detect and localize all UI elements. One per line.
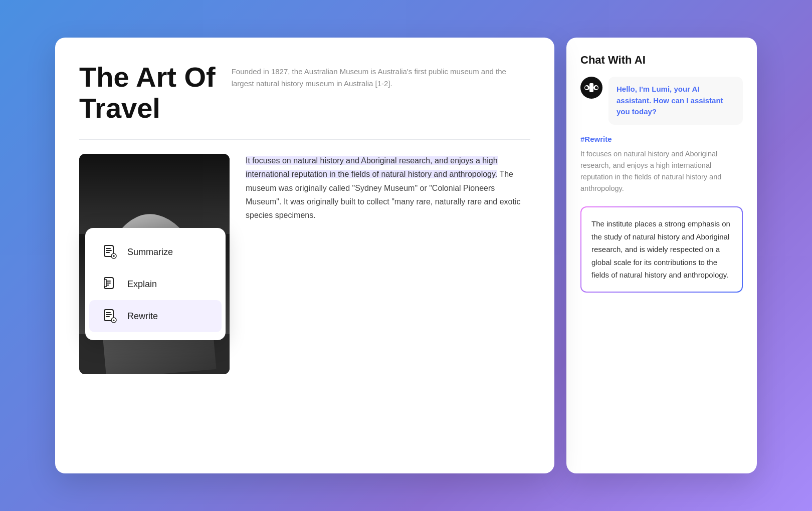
svg-rect-19 [589,83,593,92]
lumi-avatar [580,77,602,99]
menu-item-summarize[interactable]: Summarize [89,236,222,268]
rewrite-icon [101,307,119,325]
main-container: The Art Of Travel Founded in 1827, the A… [55,38,757,473]
lumi-message: Hello, I'm Lumi, your AI assistant. How … [580,77,743,125]
svg-rect-9 [106,281,111,282]
svg-rect-11 [106,285,109,286]
explain-icon [101,275,119,293]
doc-header: The Art Of Travel Founded in 1827, the A… [79,62,530,123]
svg-rect-15 [106,316,110,317]
summarize-label: Summarize [127,247,173,258]
svg-rect-2 [106,250,112,251]
lumi-bubble: Hello, I'm Lumi, your AI assistant. How … [608,77,743,125]
chat-title: Chat With AI [580,54,743,67]
doc-title-line2: Travel [79,92,160,124]
rewrite-result-box: The institute places a strong emphasis o… [580,206,743,293]
svg-point-22 [587,87,588,88]
svg-rect-13 [106,312,111,313]
svg-rect-3 [106,252,110,253]
highlighted-text: It focuses on natural history and Aborig… [246,156,498,178]
menu-item-rewrite[interactable]: Rewrite [89,300,222,332]
doc-title-line1: The Art Of [79,61,216,93]
doc-divider [79,139,530,140]
rewrite-section: #Rewrite It focuses on natural history a… [580,135,743,195]
rewrite-result-text: The institute places a strong emphasis o… [591,219,730,279]
doc-title: The Art Of Travel [79,62,216,123]
svg-rect-10 [106,283,111,284]
rewrite-tag: #Rewrite [580,135,743,143]
svg-rect-1 [106,248,111,249]
svg-rect-14 [106,314,112,315]
doc-description: Founded in 1827, the Australian Museum i… [232,62,530,123]
menu-item-explain[interactable]: Explain [89,268,222,300]
chat-panel: Chat With AI Hello, I'm Lumi, your AI as… [566,38,757,473]
summarize-icon [101,243,119,261]
doc-text-block: It focuses on natural history and Aborig… [246,154,530,374]
rewrite-label: Rewrite [127,311,158,322]
svg-point-23 [597,87,598,88]
context-menu: Summarize Explain [85,228,226,340]
lumi-text: Hello, I'm Lumi, your AI assistant. How … [617,84,735,118]
rewrite-original: It focuses on natural history and Aborig… [580,148,743,195]
explain-label: Explain [127,279,157,290]
document-panel: The Art Of Travel Founded in 1827, the A… [55,38,554,473]
